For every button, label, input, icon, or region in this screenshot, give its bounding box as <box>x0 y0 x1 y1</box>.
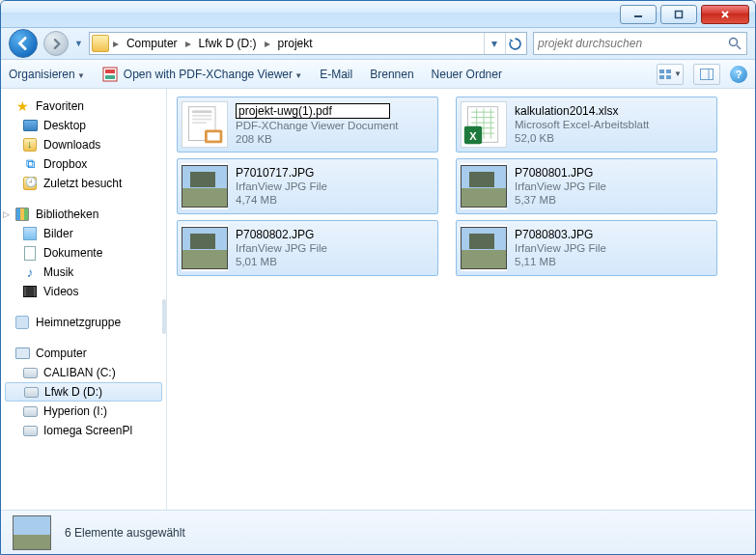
preview-pane-button[interactable] <box>693 64 720 85</box>
videos-icon <box>23 286 37 297</box>
address-bar[interactable]: ▸ Computer▸ Lfwk D (D:)▸ projekt ▾ <box>89 32 527 55</box>
sidebar-item-pictures[interactable]: Bilder <box>5 224 162 243</box>
svg-rect-13 <box>701 69 714 79</box>
view-options-button[interactable]: ▼ <box>657 64 684 85</box>
maximize-button[interactable] <box>660 5 697 24</box>
svg-rect-1 <box>676 11 683 17</box>
sidebar-drive-d[interactable]: Lfwk D (D:) <box>5 382 162 402</box>
svg-text:X: X <box>469 130 477 142</box>
file-tile[interactable]: P7080802.JPGIrfanView JPG File5,01 MB <box>177 220 438 276</box>
help-button[interactable]: ? <box>730 66 747 83</box>
image-thumbnail <box>461 225 507 271</box>
file-type: IrfanView JPG File <box>236 180 434 193</box>
svg-rect-17 <box>192 115 211 117</box>
search-input[interactable] <box>538 37 727 50</box>
star-icon: ★ <box>14 98 30 114</box>
chevron-right-icon: ▷ <box>3 209 10 219</box>
file-type: Microsoft Excel-Arbeitsblatt <box>515 118 713 131</box>
refresh-button[interactable] <box>505 33 524 54</box>
sidebar-drive-iomega[interactable]: Iomega ScreenPl <box>5 421 162 440</box>
status-bar: 6 Elemente ausgewählt <box>1 510 755 554</box>
sidebar-drive-i[interactable]: Hyperion (I:) <box>5 402 162 421</box>
file-size: 52,0 KB <box>515 131 713 145</box>
desktop-icon <box>23 120 38 131</box>
image-thumbnail <box>182 163 228 209</box>
address-dropdown-icon[interactable]: ▾ <box>484 33 503 54</box>
sidebar-item-videos[interactable]: Videos <box>5 282 162 301</box>
close-button[interactable] <box>701 5 749 24</box>
crumb-folder[interactable]: projekt <box>272 35 319 52</box>
history-dropdown-icon[interactable]: ▼ <box>74 39 83 48</box>
status-thumbnail <box>13 515 51 550</box>
new-folder-button[interactable]: Neuer Ordner <box>432 68 502 81</box>
svg-rect-12 <box>666 75 671 79</box>
file-name-editing[interactable]: projekt-uwg(1).pdf <box>236 103 390 119</box>
email-button[interactable]: E-Mail <box>320 68 352 81</box>
file-size: 4,74 MB <box>236 193 434 207</box>
titlebar[interactable] <box>1 1 755 28</box>
svg-rect-21 <box>208 132 220 140</box>
file-type: IrfanView JPG File <box>515 241 713 255</box>
sidebar: ★Favoriten Desktop Downloads ⧉Dropbox Zu… <box>1 89 167 510</box>
file-size: 208 KB <box>236 132 434 146</box>
svg-rect-16 <box>192 110 211 113</box>
search-box[interactable] <box>533 32 747 55</box>
music-icon: ♪ <box>22 264 38 280</box>
favorites-header[interactable]: ★Favoriten <box>5 97 162 116</box>
back-button[interactable] <box>9 29 38 58</box>
pictures-icon <box>23 227 37 240</box>
recent-icon <box>23 177 37 190</box>
homegroup-icon <box>15 316 29 329</box>
svg-rect-8 <box>105 75 115 79</box>
file-tile[interactable]: P7010717.JPGIrfanView JPG File4,74 MB <box>177 158 438 214</box>
image-thumbnail <box>461 163 507 209</box>
sidebar-drive-c[interactable]: CALIBAN (C:) <box>5 363 162 382</box>
file-tile[interactable]: P7080801.JPGIrfanView JPG File5,37 MB <box>456 158 717 214</box>
sidebar-resize-handle[interactable] <box>162 299 166 334</box>
file-name: P7080801.JPG <box>515 166 713 180</box>
minimize-button[interactable] <box>620 5 657 24</box>
crumb-drive[interactable]: Lfwk D (D:) <box>193 35 263 52</box>
downloads-icon <box>23 138 37 152</box>
svg-rect-9 <box>659 69 664 73</box>
svg-point-4 <box>730 39 738 46</box>
open-with-button[interactable]: Open with PDF-XChange Viewer <box>102 67 302 82</box>
svg-rect-11 <box>659 75 664 79</box>
file-tile[interactable]: Xkalkulation2014.xlsxMicrosoft Excel-Arb… <box>456 97 717 153</box>
file-type: IrfanView JPG File <box>515 180 713 193</box>
crumb-computer[interactable]: Computer <box>121 35 183 52</box>
pdf-icon <box>182 101 228 148</box>
svg-rect-7 <box>105 69 115 73</box>
svg-rect-18 <box>192 119 211 121</box>
drive-icon <box>24 387 39 398</box>
organize-menu[interactable]: Organisieren <box>9 68 85 81</box>
file-type: IrfanView JPG File <box>236 241 434 255</box>
svg-rect-19 <box>192 122 207 124</box>
computer-header[interactable]: Computer <box>5 344 162 363</box>
sidebar-item-dropbox[interactable]: ⧉Dropbox <box>5 154 162 174</box>
file-name: P7080803.JPG <box>515 228 713 241</box>
drive-icon <box>23 406 38 417</box>
file-name: P7010717.JPG <box>236 166 434 180</box>
sidebar-item-documents[interactable]: Dokumente <box>5 243 162 263</box>
file-size: 5,01 MB <box>236 255 434 268</box>
homegroup-header[interactable]: Heimnetzgruppe <box>5 313 162 332</box>
burn-button[interactable]: Brennen <box>370 68 413 81</box>
file-size: 5,37 MB <box>515 193 713 207</box>
libraries-header[interactable]: ▷Bibliotheken <box>5 205 162 224</box>
file-pane[interactable]: projekt-uwg(1).pdfPDF-XChange Viewer Doc… <box>167 89 755 510</box>
breadcrumb[interactable]: ▸ Computer▸ Lfwk D (D:)▸ projekt <box>111 35 319 52</box>
file-tile[interactable]: projekt-uwg(1).pdfPDF-XChange Viewer Doc… <box>177 97 438 153</box>
file-type: PDF-XChange Viewer Document <box>236 119 434 132</box>
forward-button[interactable] <box>43 31 69 56</box>
sidebar-item-desktop[interactable]: Desktop <box>5 116 162 135</box>
sidebar-item-recent[interactable]: Zuletzt besucht <box>5 174 162 193</box>
sidebar-item-music[interactable]: ♪Musik <box>5 263 162 282</box>
drive-icon <box>23 368 38 378</box>
search-icon <box>727 36 742 51</box>
computer-icon <box>15 347 30 359</box>
toolbar: Organisieren Open with PDF-XChange Viewe… <box>1 60 755 89</box>
file-tile[interactable]: P7080803.JPGIrfanView JPG File5,11 MB <box>456 220 717 276</box>
explorer-window: ▼ ▸ Computer▸ Lfwk D (D:)▸ projekt ▾ Org… <box>0 0 756 555</box>
sidebar-item-downloads[interactable]: Downloads <box>5 135 162 154</box>
